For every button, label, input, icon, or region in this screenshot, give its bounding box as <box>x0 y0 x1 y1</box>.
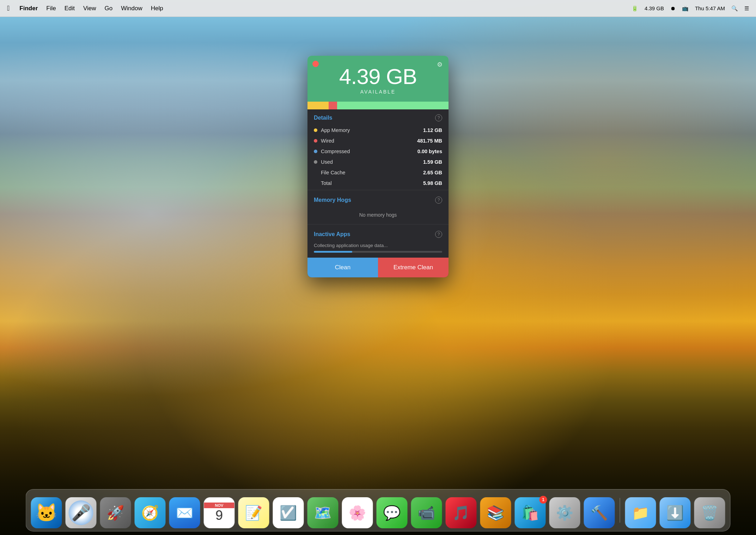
menubar:  Finder File Edit View Go Window Help 🔋… <box>0 0 756 17</box>
app-memory-value: 1.12 GB <box>423 127 442 133</box>
compressed-label: Compressed <box>321 149 417 154</box>
menu-go[interactable]: Go <box>105 5 113 12</box>
bar-segment-app-memory <box>307 102 329 109</box>
dock-item-facetime[interactable]: 📹 <box>411 497 442 528</box>
compressed-value: 0.00 bytes <box>417 149 442 154</box>
inactive-apps-section-header: Inactive Apps ? <box>307 226 449 241</box>
wired-dot <box>314 139 317 143</box>
used-value: 1.59 GB <box>423 159 442 165</box>
memory-hogs-title: Memory Hogs <box>314 197 351 203</box>
dock-item-xcode[interactable]: 🔨 <box>584 497 615 528</box>
airplay-icon: 📺 <box>682 5 689 12</box>
dock-item-maps[interactable]: 🗺️ <box>307 497 339 528</box>
divider-2 <box>307 224 449 224</box>
divider-1 <box>307 190 449 190</box>
memory-display: 4.39 GB <box>645 5 664 11</box>
dock-item-reminders[interactable]: ☑️ <box>273 497 304 528</box>
bar-segment-wired <box>329 102 337 109</box>
compressed-row: Compressed 0.00 bytes <box>307 146 449 157</box>
details-title: Details <box>314 115 332 121</box>
details-help-button[interactable]: ? <box>435 114 442 121</box>
dock-item-photos[interactable]: 🌸 <box>342 497 373 528</box>
used-row: Used 1.59 GB <box>307 157 449 167</box>
extreme-clean-button[interactable]: Extreme Clean <box>378 258 449 277</box>
dock-item-launchpad[interactable]: 🚀 <box>100 497 131 528</box>
inactive-apps-title: Inactive Apps <box>314 231 350 238</box>
dock-item-safari[interactable]: 🧭 <box>135 497 166 528</box>
dock: 🐱 🎤 🚀 🧭 ✉️ NOV 9 📝 ☑️ 🗺️ 🌸 💬 📹 🎵 📚 <box>26 489 731 531</box>
popup-header: ⚙ 4.39 GB AVAILABLE <box>307 56 449 102</box>
bar-segment-available <box>337 102 449 109</box>
wired-value: 481.75 MB <box>417 138 442 144</box>
details-section-header: Details ? <box>307 109 449 125</box>
progress-bar <box>314 251 442 253</box>
dock-item-trash[interactable]: 🗑️ <box>694 497 725 528</box>
total-row: Total 5.98 GB <box>307 178 449 188</box>
used-label: Used <box>321 159 423 165</box>
wired-row: Wired 481.75 MB <box>307 136 449 146</box>
dock-item-appstore[interactable]: 🛍️ 1 <box>515 497 546 528</box>
file-cache-label: File Cache <box>321 170 423 175</box>
menu-file[interactable]: File <box>46 5 56 12</box>
dock-separator <box>620 498 620 523</box>
collecting-data-container: Collecting application usage data... <box>307 241 449 258</box>
time-display: Thu 5:47 AM <box>695 5 725 11</box>
dock-item-mail[interactable]: ✉️ <box>169 497 200 528</box>
memory-hogs-help-button[interactable]: ? <box>435 197 442 204</box>
appstore-badge: 1 <box>539 496 547 504</box>
dock-item-books[interactable]: 📚 <box>480 497 511 528</box>
inactive-apps-help-button[interactable]: ? <box>435 231 442 238</box>
menubar-right: 🔋 4.39 GB ⏺ 📺 Thu 5:47 AM 🔍 ☰ <box>632 5 749 12</box>
dock-item-preferences[interactable]: ⚙️ <box>549 497 580 528</box>
menu-icon[interactable]: ☰ <box>744 5 749 12</box>
file-cache-row: File Cache 2.65 GB <box>307 167 449 178</box>
progress-fill <box>314 251 352 253</box>
menu-window[interactable]: Window <box>121 5 142 12</box>
screen-record-icon: ⏺ <box>670 5 676 11</box>
wired-label: Wired <box>321 138 417 144</box>
app-memory-row: App Memory 1.12 GB <box>307 125 449 136</box>
dock-item-calendar[interactable]: NOV 9 <box>204 497 235 528</box>
compressed-dot <box>314 150 317 153</box>
memory-usage-bar <box>307 102 449 109</box>
dock-item-notes[interactable]: 📝 <box>238 497 269 528</box>
popup-footer: Clean Extreme Clean <box>307 258 449 277</box>
clean-button[interactable]: Clean <box>307 258 378 277</box>
dock-item-messages[interactable]: 💬 <box>377 497 408 528</box>
dock-item-downloads[interactable]: ⬇️ <box>660 497 691 528</box>
close-button[interactable] <box>312 61 319 67</box>
menu-edit[interactable]: Edit <box>65 5 75 12</box>
total-value: 5.98 GB <box>423 180 442 186</box>
dock-item-music[interactable]: 🎵 <box>446 497 477 528</box>
collecting-text: Collecting application usage data... <box>314 243 442 248</box>
memory-cleaner-popup: ⚙ 4.39 GB AVAILABLE Details ? App Memory… <box>307 56 449 277</box>
popup-body: Details ? App Memory 1.12 GB Wired 481.7… <box>307 109 449 277</box>
available-label: AVAILABLE <box>315 89 441 95</box>
menubar-left:  Finder File Edit View Go Window Help <box>7 4 163 12</box>
menu-view[interactable]: View <box>83 5 96 12</box>
app-memory-dot <box>314 128 317 132</box>
file-cache-value: 2.65 GB <box>423 170 442 175</box>
total-label: Total <box>321 180 423 186</box>
menu-help[interactable]: Help <box>151 5 163 12</box>
dock-item-folder[interactable]: 📁 <box>625 497 656 528</box>
search-icon[interactable]: 🔍 <box>731 5 738 12</box>
apple-menu[interactable]:  <box>7 4 10 12</box>
available-memory-value: 4.39 GB <box>315 66 441 88</box>
no-memory-hogs-text: No memory hogs <box>307 207 449 223</box>
app-name[interactable]: Finder <box>19 5 38 12</box>
app-memory-label: App Memory <box>321 127 423 133</box>
used-dot <box>314 160 317 164</box>
dock-item-finder[interactable]: 🐱 <box>31 497 62 528</box>
memory-hogs-section-header: Memory Hogs ? <box>307 192 449 207</box>
battery-icon: 🔋 <box>632 5 638 12</box>
gear-button[interactable]: ⚙ <box>436 61 444 68</box>
dock-item-siri[interactable]: 🎤 <box>66 497 97 528</box>
